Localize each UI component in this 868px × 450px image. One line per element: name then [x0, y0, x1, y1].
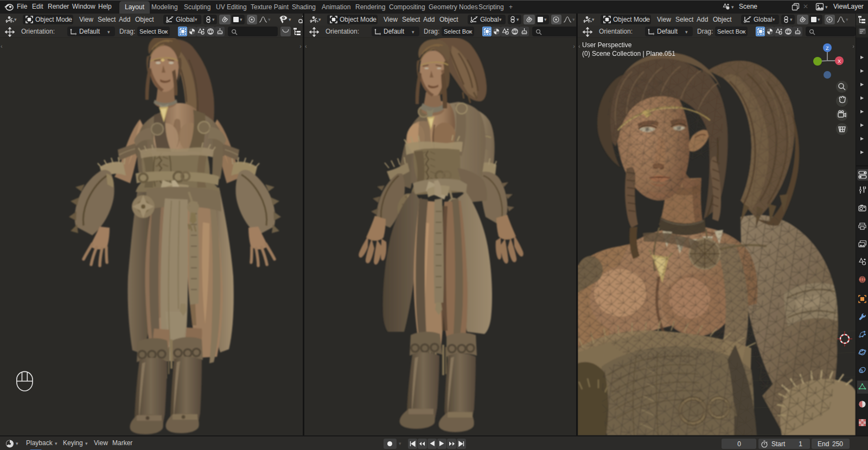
svg-text:(0) Scene Collection | Plane.0: (0) Scene Collection | Plane.051: [582, 50, 675, 57]
svg-text:Z: Z: [826, 46, 829, 51]
svg-text:X: X: [838, 59, 841, 64]
svg-text:User Perspective: User Perspective: [582, 41, 632, 49]
